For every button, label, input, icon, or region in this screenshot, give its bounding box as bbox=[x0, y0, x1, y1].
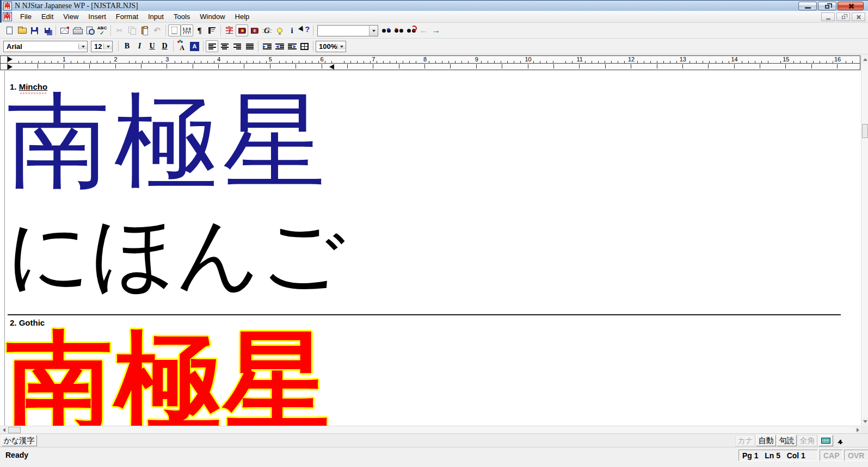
horizontal-scroll-thumb[interactable] bbox=[8, 427, 21, 433]
ime-bar-collapse-button[interactable] bbox=[834, 435, 846, 446]
ime-zenkaku-toggle-disabled[interactable]: 全角 bbox=[797, 435, 817, 446]
scroll-down-button[interactable] bbox=[861, 418, 868, 426]
decrease-indent-button[interactable] bbox=[273, 40, 286, 52]
zoom-combo[interactable]: 100% bbox=[316, 41, 346, 52]
line-numbers-button[interactable]: 123 bbox=[181, 24, 193, 36]
spell-check-button[interactable]: ABC ✓ bbox=[96, 24, 108, 36]
menu-help[interactable]: Help bbox=[230, 11, 255, 22]
save-all-button[interactable] bbox=[41, 24, 53, 36]
outline-view-button[interactable] bbox=[168, 24, 181, 36]
left-indent-marker[interactable] bbox=[8, 64, 16, 70]
paste-button[interactable] bbox=[138, 24, 151, 36]
align-right-button[interactable] bbox=[231, 40, 243, 52]
menu-file[interactable]: File bbox=[15, 11, 36, 22]
highlight-button[interactable]: A bbox=[188, 40, 201, 52]
tab-settings-button[interactable] bbox=[206, 24, 218, 36]
ruler[interactable]: 12345678910111213141516 bbox=[0, 55, 860, 70]
cut-button-disabled[interactable]: ✂ bbox=[113, 24, 126, 36]
grammar-button[interactable]: G bbox=[261, 24, 273, 36]
minimize-button[interactable] bbox=[798, 2, 817, 10]
document-area[interactable]: 1. Mincho 南極星 にほんご 2. Gothic 南極星 bbox=[0, 71, 861, 426]
increase-indent-button[interactable] bbox=[261, 40, 273, 52]
align-right-icon bbox=[233, 43, 241, 49]
insert-table-button[interactable] bbox=[298, 40, 311, 52]
mdi-minimize-button[interactable] bbox=[821, 13, 835, 21]
english-dictionary-button[interactable]: E bbox=[248, 24, 261, 36]
search-dropdown-button[interactable] bbox=[369, 26, 378, 36]
info-button[interactable]: i bbox=[286, 24, 298, 36]
font-name-combo[interactable]: Arial bbox=[3, 41, 88, 52]
status-bar: Ready Pg 1 Ln 5 Col 1 CAP OVR bbox=[0, 447, 868, 467]
new-document-icon bbox=[7, 27, 13, 34]
tips-button[interactable] bbox=[273, 24, 286, 36]
vertical-scroll-thumb[interactable] bbox=[862, 124, 868, 138]
app-icon[interactable]: 南 bbox=[3, 2, 12, 10]
first-line-indent-marker[interactable] bbox=[8, 57, 16, 62]
font-size-dropdown-button[interactable] bbox=[103, 43, 112, 49]
ime-mode-button[interactable]: かな漢字 bbox=[1, 435, 37, 446]
font-size-combo[interactable]: 12 bbox=[91, 41, 113, 52]
close-button[interactable] bbox=[838, 2, 864, 10]
menu-input[interactable]: Input bbox=[143, 11, 169, 22]
ruler-number: 15 bbox=[781, 56, 790, 63]
find-replace-button[interactable] bbox=[405, 24, 417, 36]
show-paragraph-marks-button[interactable]: ¶ bbox=[193, 24, 206, 36]
menu-format[interactable]: Format bbox=[111, 11, 143, 22]
new-document-button[interactable] bbox=[3, 24, 16, 36]
email-button[interactable] bbox=[58, 24, 71, 36]
mdi-close-button[interactable] bbox=[852, 13, 865, 21]
menu-tools[interactable]: Tools bbox=[169, 11, 195, 22]
navigate-back-button-disabled[interactable]: ← bbox=[417, 24, 430, 36]
zoom-dropdown-button[interactable] bbox=[337, 43, 346, 49]
scroll-right-button[interactable] bbox=[854, 426, 861, 434]
furigana-button[interactable]: 字 bbox=[223, 24, 236, 36]
hanging-indent-button[interactable] bbox=[286, 40, 298, 52]
ime-katakana-toggle-disabled[interactable]: カナ bbox=[735, 435, 755, 446]
align-center-button[interactable] bbox=[218, 40, 231, 52]
print-preview-button[interactable] bbox=[83, 24, 96, 36]
vertical-scrollbar[interactable] bbox=[861, 55, 868, 426]
print-button[interactable] bbox=[71, 24, 83, 36]
restore-button[interactable] bbox=[818, 2, 836, 10]
mdi-window-controls bbox=[821, 13, 865, 21]
ruler-number: 9 bbox=[474, 56, 479, 63]
undo-button-disabled[interactable]: ↶ bbox=[151, 24, 163, 36]
right-indent-marker[interactable] bbox=[326, 64, 334, 70]
ime-bar: かな漢字 カナ 自動 句読 全角 bbox=[0, 433, 868, 447]
ime-keyboard-button[interactable] bbox=[818, 435, 833, 446]
navigate-forward-button[interactable]: → bbox=[430, 24, 442, 36]
japanese-dictionary-button[interactable] bbox=[236, 24, 248, 36]
decrease-indent-icon bbox=[275, 43, 284, 49]
scroll-left-button[interactable] bbox=[0, 426, 8, 434]
bold-button[interactable]: B bbox=[121, 40, 133, 52]
menu-window[interactable]: Window bbox=[195, 11, 230, 22]
menu-insert[interactable]: Insert bbox=[83, 11, 111, 22]
context-help-button[interactable]: ? bbox=[298, 24, 311, 36]
find-next-button[interactable] bbox=[380, 24, 392, 36]
open-folder-icon bbox=[18, 28, 27, 34]
align-left-button[interactable] bbox=[206, 40, 218, 52]
ime-auto-toggle[interactable]: 自動 bbox=[756, 435, 776, 446]
scroll-up-button[interactable] bbox=[861, 55, 868, 64]
search-input[interactable] bbox=[318, 26, 369, 36]
mdi-restore-button[interactable] bbox=[836, 13, 850, 21]
italic-button[interactable]: I bbox=[133, 40, 146, 52]
underline-button[interactable]: U bbox=[146, 40, 158, 52]
align-justify-button[interactable] bbox=[243, 40, 256, 52]
double-underline-button[interactable]: D bbox=[158, 40, 171, 52]
copy-button-disabled[interactable] bbox=[126, 24, 138, 36]
find-previous-button[interactable] bbox=[392, 24, 405, 36]
font-color-button[interactable]: A bbox=[176, 40, 188, 52]
spell-check-icon: ✓ bbox=[100, 30, 104, 35]
horizontal-scrollbar[interactable] bbox=[0, 426, 861, 433]
document-icon[interactable]: 南 bbox=[3, 12, 12, 21]
save-button[interactable] bbox=[28, 24, 41, 36]
menu-view[interactable]: View bbox=[58, 11, 83, 22]
print-preview-icon bbox=[87, 27, 93, 34]
menu-edit[interactable]: Edit bbox=[36, 11, 58, 22]
ime-punctuation-toggle[interactable]: 句読 bbox=[777, 435, 797, 446]
open-button[interactable] bbox=[16, 24, 28, 36]
mincho-sample-text: 南極星 bbox=[7, 87, 330, 196]
toolbar-separator bbox=[220, 25, 221, 36]
font-name-dropdown-button[interactable] bbox=[78, 43, 87, 49]
